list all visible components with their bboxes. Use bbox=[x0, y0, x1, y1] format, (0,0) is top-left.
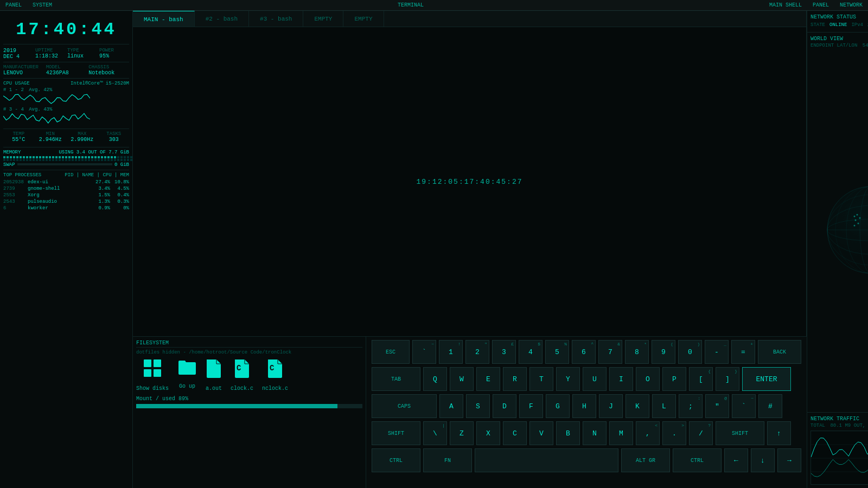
fs-file-clockc[interactable]: C clock.c bbox=[231, 358, 253, 391]
uptime-label: UPTIME bbox=[35, 48, 65, 53]
key-c[interactable]: C bbox=[503, 421, 527, 445]
network-status-label: NETWORK STATUS bbox=[810, 14, 856, 20]
key-g[interactable]: G bbox=[546, 394, 570, 418]
key-m[interactable]: M bbox=[609, 421, 633, 445]
key-esc[interactable]: ESC bbox=[372, 340, 410, 364]
key-q[interactable]: Q bbox=[423, 367, 447, 391]
key-x[interactable]: X bbox=[476, 421, 500, 445]
key-5[interactable]: %5 bbox=[545, 340, 569, 364]
manufacturer-cell: MANUFACTURER LENOVO bbox=[3, 65, 44, 76]
fs-file-aout[interactable]: a.out bbox=[206, 358, 222, 391]
key-minus[interactable]: _- bbox=[705, 340, 729, 364]
key-enter[interactable]: ENTER bbox=[742, 367, 791, 391]
model-cell: MODEL 4236PA8 bbox=[46, 65, 87, 76]
tab-empty-1[interactable]: EMPTY bbox=[303, 11, 343, 27]
chassis-label: CHASSIS bbox=[88, 65, 129, 70]
traffic-header: NETWORK TRAFFIC UP / DOWN, MB/S bbox=[810, 416, 868, 422]
key-period[interactable]: >. bbox=[662, 421, 686, 445]
key-ctrl-left[interactable]: CTRL bbox=[372, 448, 420, 472]
power-cell: POWER 95% bbox=[99, 48, 129, 60]
cpu-model: Intel®Core™ i5-2520M bbox=[71, 81, 129, 86]
key-j[interactable]: J bbox=[599, 394, 623, 418]
key-right[interactable]: → bbox=[777, 448, 801, 472]
fs-file-goup[interactable]: Go up bbox=[177, 358, 197, 391]
key-h[interactable]: H bbox=[572, 394, 596, 418]
key-4[interactable]: $4 bbox=[519, 340, 542, 364]
key-6[interactable]: ^6 bbox=[572, 340, 596, 364]
key-d[interactable]: D bbox=[493, 394, 516, 418]
tab-2[interactable]: #2 - bash bbox=[195, 11, 249, 27]
key-3[interactable]: £3 bbox=[492, 340, 516, 364]
type-cell: TYPE linux bbox=[67, 48, 97, 60]
key-7[interactable]: &7 bbox=[598, 340, 622, 364]
key-row-3: CAPS A S D F G H J K L :; @" ~` # bbox=[372, 394, 801, 418]
mount-pct: 89% bbox=[178, 396, 188, 402]
chassis-cell: CHASSIS Notebook bbox=[88, 65, 129, 76]
key-y[interactable]: Y bbox=[556, 367, 580, 391]
key-caps[interactable]: CAPS bbox=[372, 394, 437, 418]
key-lbracket[interactable]: {[ bbox=[689, 367, 713, 391]
key-ctrl-right[interactable]: CTRL bbox=[673, 448, 722, 472]
state-label: STATE bbox=[810, 22, 825, 28]
key-up[interactable]: ↑ bbox=[767, 421, 791, 445]
key-i[interactable]: I bbox=[609, 367, 633, 391]
key-left[interactable]: ← bbox=[724, 448, 748, 472]
key-space[interactable] bbox=[475, 448, 618, 472]
key-e[interactable]: E bbox=[476, 367, 500, 391]
tab-empty-2[interactable]: EMPTY bbox=[343, 11, 384, 27]
tab-main[interactable]: MAIN - bash bbox=[133, 11, 195, 27]
key-backtick[interactable]: ~` bbox=[412, 340, 436, 364]
key-quote[interactable]: @" bbox=[705, 394, 729, 418]
key-row-4: SHIFT |\ Z X C V B N M <, >. ?/ SHIFT ↑ bbox=[372, 421, 801, 445]
key-8[interactable]: *8 bbox=[625, 340, 649, 364]
key-slash[interactable]: ?/ bbox=[689, 421, 713, 445]
mount-label: Mount / used bbox=[136, 396, 175, 402]
key-semicolon[interactable]: :; bbox=[679, 394, 703, 418]
key-b[interactable]: B bbox=[556, 421, 580, 445]
key-s[interactable]: S bbox=[466, 394, 490, 418]
table-row: 2739gnome-shell3.4%4.5% bbox=[3, 185, 129, 192]
key-backspace[interactable]: BACK bbox=[758, 340, 801, 364]
key-row-1: ESC ~` !1 "2 £3 $4 %5 ^6 &7 *8 (9 )0 _- … bbox=[372, 340, 801, 364]
fs-file-showdisks[interactable]: Show disks bbox=[136, 358, 169, 391]
key-comma[interactable]: <, bbox=[636, 421, 660, 445]
key-r[interactable]: R bbox=[503, 367, 527, 391]
key-t[interactable]: T bbox=[529, 367, 553, 391]
key-n[interactable]: N bbox=[583, 421, 607, 445]
key-altgr[interactable]: ALT GR bbox=[621, 448, 670, 472]
key-equals[interactable]: += bbox=[731, 340, 755, 364]
type-label: TYPE bbox=[67, 48, 97, 53]
key-z[interactable]: Z bbox=[450, 421, 474, 445]
left-panel: 17:40:44 2019 DEC 4 UPTIME 1:18:32 TYPE … bbox=[0, 11, 133, 488]
terminal-body[interactable]: 19:12:05:17:40:45:27 bbox=[133, 27, 806, 336]
tab-3[interactable]: #3 - bash bbox=[249, 11, 303, 27]
key-tab[interactable]: TAB bbox=[372, 367, 420, 391]
key-fn[interactable]: FN bbox=[423, 448, 472, 472]
key-f[interactable]: F bbox=[519, 394, 543, 418]
key-l[interactable]: L bbox=[652, 394, 676, 418]
sys-date-row: 2019 DEC 4 UPTIME 1:18:32 TYPE linux POW… bbox=[3, 48, 129, 62]
key-p[interactable]: P bbox=[662, 367, 686, 391]
key-u[interactable]: U bbox=[583, 367, 607, 391]
key-k[interactable]: K bbox=[626, 394, 649, 418]
key-0[interactable]: )0 bbox=[678, 340, 702, 364]
max-cell: MAX 2.990Hz bbox=[67, 131, 98, 143]
key-shift-right[interactable]: SHIFT bbox=[716, 421, 764, 445]
filesystem-header: FILESYSTEM bbox=[136, 340, 362, 348]
fs-file-nclockc[interactable]: C nclock.c bbox=[262, 358, 288, 391]
key-pipe[interactable]: |\ bbox=[423, 421, 447, 445]
key-9[interactable]: (9 bbox=[652, 340, 675, 364]
key-hash[interactable]: # bbox=[758, 394, 782, 418]
key-1[interactable]: !1 bbox=[439, 340, 463, 364]
memory-header: MEMORY USING 3.4 OUT OF 7.7 GiB bbox=[3, 150, 129, 155]
key-rbracket[interactable]: }] bbox=[716, 367, 739, 391]
key-tilde[interactable]: ~` bbox=[732, 394, 756, 418]
key-w[interactable]: W bbox=[450, 367, 474, 391]
key-down[interactable]: ↓ bbox=[751, 448, 775, 472]
key-2[interactable]: "2 bbox=[465, 340, 489, 364]
endpoint-row: ENDPOINT LAT/LON 54.1881,-15.168 bbox=[810, 43, 868, 48]
key-o[interactable]: O bbox=[636, 367, 660, 391]
key-a[interactable]: A bbox=[439, 394, 463, 418]
key-shift-left[interactable]: SHIFT bbox=[372, 421, 420, 445]
key-v[interactable]: V bbox=[529, 421, 553, 445]
